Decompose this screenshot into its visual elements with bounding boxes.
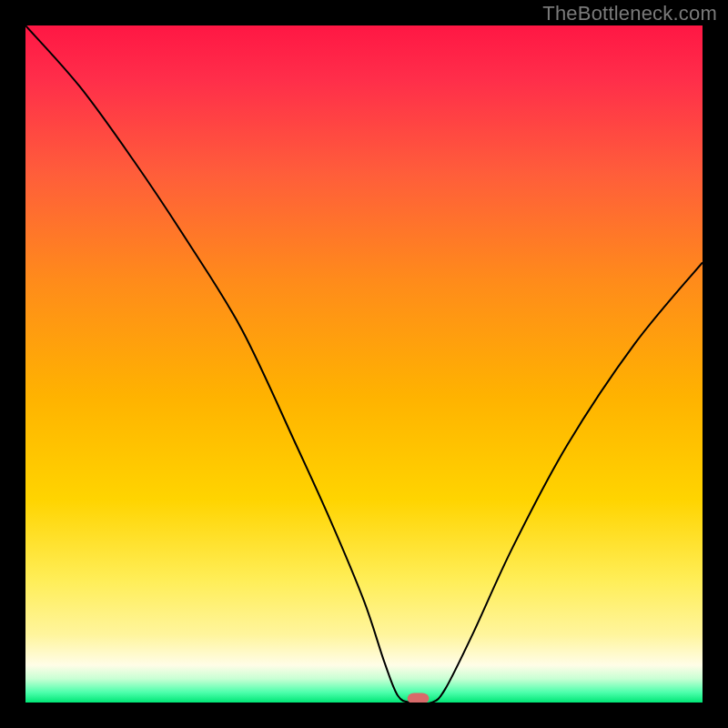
minimum-marker [408,693,430,703]
chart-frame: TheBottleneck.com [0,0,728,728]
bottleneck-chart [25,25,703,703]
svg-rect-0 [408,693,430,703]
watermark-text: TheBottleneck.com [542,2,717,25]
